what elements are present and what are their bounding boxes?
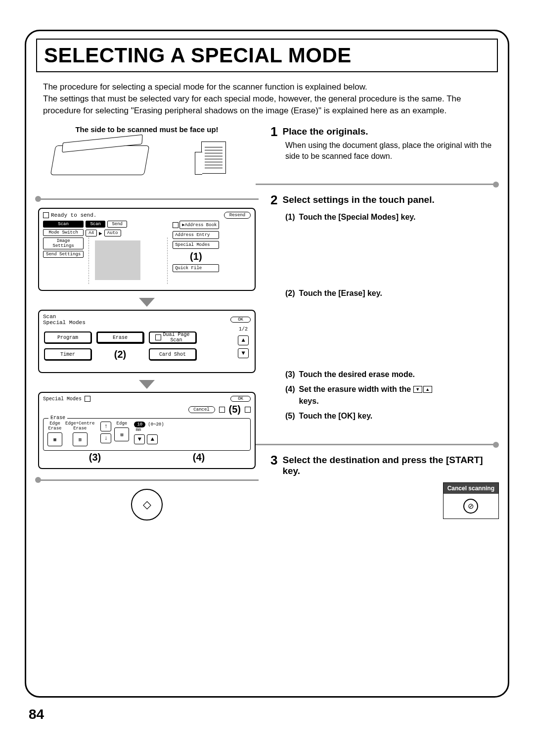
step-number: 1 [270, 125, 277, 138]
ready-label: Ready to send. [51, 212, 96, 218]
address-entry-button[interactable]: Address Entry [173, 231, 219, 239]
cancel-button[interactable]: Cancel [188, 406, 215, 413]
edge-centre-erase-button[interactable]: Edge+Centre Erase ▥ [65, 422, 94, 446]
edge-centre-erase-icon: ▥ [79, 437, 81, 442]
camera-icon [43, 212, 49, 218]
cancel-scanning-panel: Cancel scanning ⊘ [443, 482, 499, 519]
step-2: 2 Select settings in the touch panel. (1… [270, 193, 496, 422]
left-column: The side to be scanned must be face up! … [38, 125, 256, 520]
decrease-button[interactable]: ↓ [100, 433, 111, 443]
touch-screen-2: Scan Special Modes OK 1/2 ▲ ▼ Program Er… [38, 310, 256, 373]
content-columns: The side to be scanned must be face up! … [38, 125, 496, 520]
ok-button[interactable]: OK [230, 396, 251, 402]
start-button[interactable]: ◇ [131, 489, 163, 520]
ok-button[interactable]: OK [230, 317, 251, 323]
substep-number: (4) [285, 383, 295, 407]
substep-number: (2) [285, 287, 295, 299]
up-icon: ▲ [423, 386, 432, 393]
image-settings-button[interactable]: Image Settings [43, 237, 84, 249]
mode-icon [85, 396, 90, 402]
face-up-note: The side to be scanned must be face up! [38, 125, 256, 134]
quick-file-button[interactable]: Quick File [173, 264, 219, 272]
paper-size-label: A4 [86, 230, 97, 236]
scan-button[interactable]: Scan [43, 221, 84, 228]
width-down-button[interactable]: ▼ [134, 434, 145, 444]
stop-icon: ⊘ [468, 502, 474, 511]
substep-text: Touch the [Special Modes] key. [299, 211, 416, 223]
callout-3: (3) [89, 452, 101, 463]
right-column: 1 Place the originals. When using the do… [266, 125, 496, 520]
special-modes-label: Special Modes [43, 396, 82, 402]
edge-erase-button[interactable]: Edge Erase ▦ [47, 422, 62, 446]
page-number: 84 [29, 707, 509, 722]
substep-number: (1) [285, 211, 295, 223]
addressbook-icon [173, 222, 178, 228]
resend-button[interactable]: Resend [224, 212, 251, 219]
scan-label: Scan [43, 314, 86, 320]
divider [35, 477, 259, 483]
send-settings-button[interactable]: Send Settings [43, 251, 84, 258]
send-tab[interactable]: Send [107, 221, 127, 228]
substep-text: Touch the [OK] key. [299, 410, 373, 422]
divider [256, 182, 499, 188]
scanner-illustration [38, 137, 256, 181]
address-book-button[interactable]: ▶Address Book [179, 221, 219, 229]
erase-width-range: (0~20) [148, 422, 164, 427]
page-indicator: 1/2 [239, 327, 248, 332]
callout-4: (4) [193, 452, 205, 463]
erase-button[interactable]: Erase [96, 331, 144, 343]
step-number: 2 [270, 193, 277, 206]
flow-arrow-icon [139, 380, 155, 389]
width-up-button[interactable]: ▲ [147, 434, 158, 444]
flow-arrow-icon [139, 298, 155, 307]
document-preview [89, 237, 168, 284]
scroll-down-button[interactable]: ▼ [238, 348, 249, 358]
mode-switch-button[interactable]: Mode Switch [43, 229, 84, 236]
substep-text: Touch the [Erase] key. [299, 287, 382, 299]
increase-button[interactable]: ↑ [100, 422, 111, 431]
scan-tab[interactable]: Scan [86, 221, 105, 228]
special-modes-label: Special Modes [43, 320, 86, 326]
step-body: When using the document glass, place the… [285, 140, 496, 161]
callout-5: (5) [229, 404, 241, 415]
callout-2: (2) [114, 349, 126, 360]
step-3: 3 Select the destination and press the [… [270, 454, 496, 476]
step-title: Place the originals. [282, 126, 368, 137]
trash-icon[interactable] [219, 407, 225, 413]
step-title: Select the destination and press the [ST… [282, 455, 496, 476]
substep-text: Touch the desired erase mode. [299, 369, 415, 380]
cancel-caption: Cancel scanning [444, 483, 498, 494]
erase-unit-label: mm [135, 427, 164, 432]
step-number: 3 [270, 454, 277, 467]
substep-text: Set the erasure width with the ▼▲ keys. [299, 383, 432, 407]
touch-screen-1: Ready to send. Resend Scan Mode Switch I… [38, 208, 256, 291]
card-shot-button[interactable]: Card Shot [149, 348, 196, 360]
divider [35, 196, 259, 202]
scroll-up-button[interactable]: ▲ [238, 335, 249, 345]
dual-page-icon [155, 334, 161, 340]
start-icon: ◇ [143, 498, 151, 511]
special-modes-button[interactable]: Special Modes [173, 241, 219, 249]
intro-text: The procedure for selecting a special mo… [43, 81, 491, 116]
divider [256, 442, 499, 448]
auto-button[interactable]: Auto [104, 230, 121, 236]
erase-section-label: Erase [48, 415, 67, 421]
edge-button[interactable]: Edge ▤ [114, 422, 129, 441]
substep-number: (3) [285, 369, 295, 380]
step-1: 1 Place the originals. When using the do… [270, 125, 496, 161]
dual-page-scan-button[interactable]: Dual Page Scan [149, 331, 196, 343]
erase-width-value: 10 [134, 422, 145, 427]
timer-button[interactable]: Timer [44, 348, 91, 360]
step-title: Select settings in the touch panel. [282, 194, 434, 205]
touch-screen-3: Special Modes OK Cancel (5) Erase Edge E… [38, 392, 256, 469]
checkbox-icon[interactable] [245, 407, 251, 413]
title-container: SELECTING A SPECIAL MODE [36, 39, 498, 72]
down-icon: ▼ [413, 386, 422, 393]
edge-icon: ▤ [121, 432, 123, 437]
stop-button[interactable]: ⊘ [463, 499, 478, 514]
callout-1: (1) [190, 251, 202, 262]
program-button[interactable]: Program [44, 331, 91, 343]
edge-erase-icon: ▦ [53, 437, 56, 442]
substep-number: (5) [285, 410, 295, 422]
page-frame: SELECTING A SPECIAL MODE The procedure f… [25, 30, 509, 698]
